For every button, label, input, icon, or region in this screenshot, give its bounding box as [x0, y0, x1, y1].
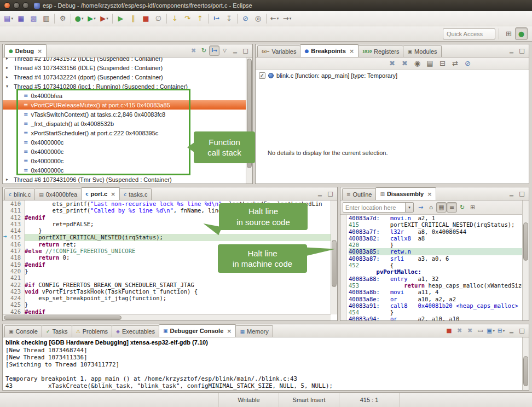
step-return-icon[interactable]: ↑: [194, 12, 206, 25]
tab-tasks[interactable]: ✓Tasks: [42, 325, 72, 337]
tab-console[interactable]: ▣Console: [4, 325, 42, 337]
tab-debug[interactable]: ●Debug×: [4, 44, 47, 57]
debug-thread-row[interactable]: ▸Thread #3 1073433156 (IDLE) (Suspended …: [3, 63, 246, 72]
debug-thread-row[interactable]: ▸Thread #2 1073431572 (IDLE) (Suspended …: [3, 58, 246, 63]
close-tab-icon[interactable]: ×: [111, 191, 115, 198]
code-line-421[interactable]: [25, 274, 331, 281]
close-tab-icon[interactable]: ×: [427, 191, 432, 198]
stack-frame-row[interactable]: ≡vTaskSwitchContext() at tasks.c:2,846 0…: [3, 110, 246, 119]
tab-registers[interactable]: 1010Registers: [358, 45, 403, 57]
minimize-icon[interactable]: ▁: [506, 325, 517, 336]
tab-0x4000bfea[interactable]: ▤0x4000bfea: [34, 188, 82, 200]
tab-disassembly[interactable]: ▥Disassembly×: [375, 187, 436, 200]
stack-frame-row[interactable]: ≡0x4000bfea: [3, 91, 246, 100]
gutter-line[interactable]: 426: [3, 308, 24, 314]
home-icon[interactable]: ⌂: [426, 202, 436, 213]
gutter-line[interactable]: 422: [3, 282, 24, 288]
breakpoint-checkbox[interactable]: ✓: [259, 72, 265, 79]
save-icon[interactable]: ▦: [15, 12, 27, 25]
disassembly-line[interactable]: 40083a85: retw.n: [349, 248, 522, 255]
editor-gutter[interactable]: 410411412413414→415416417418419420421422…: [3, 200, 25, 314]
remove-all-launches-icon[interactable]: ✖: [465, 325, 475, 336]
tab-problems[interactable]: ⚠Problems: [72, 325, 113, 337]
open-new-view-icon[interactable]: ⊞: [467, 202, 478, 213]
collapse-all-icon[interactable]: ⊟: [436, 57, 449, 70]
expand-arrow-icon[interactable]: ▸: [6, 177, 14, 182]
location-input[interactable]: Enter location here: [343, 204, 405, 211]
debug-perspective-icon[interactable]: ●: [515, 27, 528, 40]
close-tab-icon[interactable]: ×: [37, 48, 42, 55]
gutter-line[interactable]: 423: [3, 288, 24, 295]
gutter-line[interactable]: 410: [3, 200, 24, 207]
maximize-window-button[interactable]: [22, 2, 29, 9]
display-selected-console-icon[interactable]: ▣▾: [485, 325, 496, 336]
show-source-icon[interactable]: ≡: [447, 202, 457, 213]
disconnect-icon[interactable]: ∅: [152, 12, 165, 25]
code-line-426[interactable]: #endif: [25, 308, 331, 314]
close-tab-icon[interactable]: ×: [349, 48, 354, 55]
drop-to-frame-icon[interactable]: ↧: [223, 12, 235, 25]
disassembly-line[interactable]: 40083a87: srli a3, a0, 6: [349, 255, 522, 262]
open-console-icon[interactable]: ⊞▾: [496, 325, 506, 336]
back-icon[interactable]: ←▾: [268, 12, 281, 25]
disassembly-line[interactable]: 40083a94: or a2, a10, a10: [349, 316, 522, 320]
terminate-icon[interactable]: ■: [444, 325, 454, 336]
maximize-icon[interactable]: □: [517, 188, 527, 199]
editor-vertical-scrollbar[interactable]: [331, 200, 337, 314]
minimize-icon[interactable]: ▁: [506, 45, 517, 56]
disassembly-line[interactable]: 40083a8b: movi a11, 4: [349, 289, 522, 295]
maximize-icon[interactable]: □: [517, 325, 527, 336]
tab-executables[interactable]: ◈Executables: [112, 325, 159, 337]
show-opcodes-icon[interactable]: ▦: [436, 202, 447, 213]
close-tab-icon[interactable]: ×: [227, 328, 232, 335]
stack-frame-row[interactable]: ≡0x4000000c: [3, 165, 246, 175]
expand-arrow-icon[interactable]: ▸: [6, 74, 14, 79]
resume-icon[interactable]: ▶: [114, 12, 127, 25]
save-all-icon[interactable]: ▩: [27, 12, 40, 25]
expand-arrow-icon[interactable]: ▸: [6, 58, 14, 61]
clear-console-icon[interactable]: ▭: [475, 325, 485, 336]
maximize-icon[interactable]: □: [325, 188, 336, 199]
minimize-icon[interactable]: ▁: [506, 188, 517, 199]
code-line-415[interactable]: portEXIT_CRITICAL_NESTED(irqStatus);: [25, 234, 331, 240]
disassembly-line[interactable]: 452 {: [349, 262, 522, 268]
remove-all-terminated-icon[interactable]: ✖: [188, 45, 199, 56]
gutter-line[interactable]: →415: [3, 234, 24, 240]
stack-frame-row[interactable]: ≡_frxt_dispatch() at 0x4008532b: [3, 119, 246, 128]
debug-thread-row[interactable]: ▾Thread #5 1073410208 (ipc1 : Running) (…: [3, 82, 246, 91]
quick-access-input[interactable]: Quick Access: [443, 28, 495, 39]
step-over-icon[interactable]: ↷: [181, 12, 194, 25]
debug-tree[interactable]: ▸Thread #2 1073431572 (IDLE) (Suspended …: [3, 58, 246, 184]
disassembly-scrollbar[interactable]: [522, 200, 529, 320]
expand-arrow-icon[interactable]: ▸: [6, 65, 14, 70]
step-into-icon[interactable]: ↓: [169, 12, 181, 25]
tab-port-c[interactable]: cport.c×: [81, 187, 120, 200]
tab-breakpoints[interactable]: ●Breakpoints×: [300, 44, 358, 57]
instruction-stepping-mode-icon[interactable]: i→: [209, 45, 219, 56]
gutter-line[interactable]: 412: [3, 214, 24, 221]
minimize-icon[interactable]: ▁: [230, 45, 240, 56]
console-body[interactable]: blink checking [GDB Hardware Debugging] …: [3, 337, 522, 390]
debug-thread-row[interactable]: ▸Thread #6 1073431096 (Tmr Svc) (Suspend…: [3, 175, 246, 184]
disassembly-line[interactable]: 453 return heap_caps_malloc(xWantedSize: [349, 282, 522, 289]
remove-all-breakpoints-icon[interactable]: ✖: [398, 57, 411, 70]
show-breakpoints-for-icon[interactable]: ◉: [411, 57, 424, 70]
disassembly-line[interactable]: 40083a8e: or a10, a2, a2: [349, 296, 522, 302]
view-menu-icon[interactable]: ▽: [219, 45, 230, 56]
debug-thread-row[interactable]: ▸Thread #4 1073432224 (dport) (Suspended…: [3, 72, 246, 82]
close-window-button[interactable]: [4, 2, 10, 9]
link-with-debug-icon[interactable]: ⇄: [449, 57, 461, 70]
maximize-icon[interactable]: □: [240, 45, 251, 56]
tab-blink-c[interactable]: cblink.c: [4, 188, 35, 200]
gutter-line[interactable]: 413: [3, 221, 24, 227]
collapse-arrow-icon[interactable]: ▾: [6, 84, 14, 89]
tab-modules[interactable]: ▣Modules: [403, 45, 441, 57]
disassembly-line[interactable]: 420 }: [349, 242, 522, 248]
gutter-line[interactable]: 419: [3, 261, 24, 268]
tab-variables[interactable]: (x)=Variables: [257, 45, 300, 57]
new-wizard-icon[interactable]: ▤▾: [2, 12, 15, 25]
disassembly-line[interactable]: 40083a88: entry a1, 32: [349, 276, 522, 282]
disassembly-code[interactable]: 40083a7d: movi.n a2, 1415 portEXIT_CRITI…: [347, 215, 522, 320]
code-line-423[interactable]: void vPortFirstTaskHook(TaskFunction_t f…: [25, 288, 331, 295]
code-line-424[interactable]: esp_set_breakpoint_if_jtag(function);: [25, 295, 331, 301]
